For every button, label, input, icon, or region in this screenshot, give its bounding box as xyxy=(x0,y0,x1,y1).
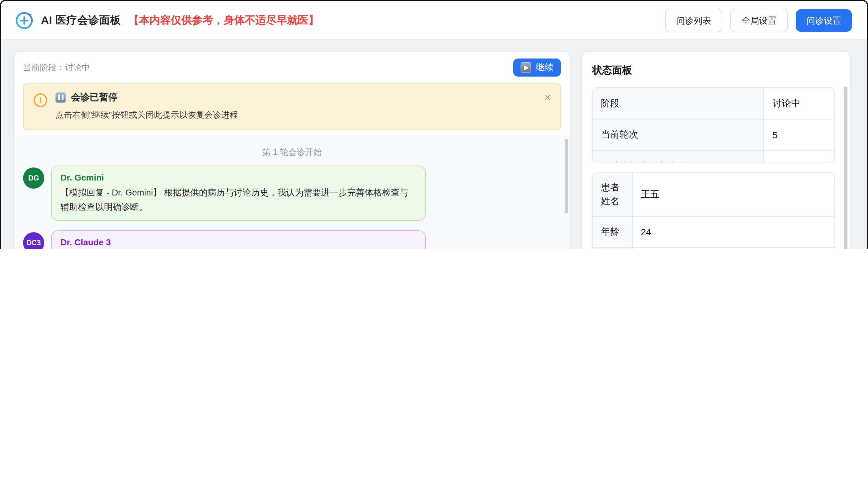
doctor-name: Dr. Gemini xyxy=(61,172,417,182)
close-icon[interactable]: × xyxy=(543,90,552,105)
patient-table: 患者姓名 王五 年龄 24 既往疾病 — 本次问题 口腔溃疡反复，看不见了，检查… xyxy=(592,172,835,249)
row-value: 5 xyxy=(764,119,834,150)
row-value: — xyxy=(633,248,834,249)
consultation-panel: 当前阶段：讨论中 继续 ! 会诊已暂停 点击右侧"继续"按钮或关闭此提示以恢复会… xyxy=(14,51,570,249)
row-value: 24 xyxy=(633,216,834,247)
pause-banner-title: 会诊已暂停 xyxy=(71,92,118,103)
row-label: 年龄 xyxy=(593,216,633,247)
table-row: 当前轮次 5 xyxy=(593,119,834,150)
message-bubble: Dr. Gemini 【模拟回复 - Dr. Gemini】 根据提供的病历与讨… xyxy=(51,166,426,221)
consult-list-button[interactable]: 问诊列表 xyxy=(665,9,722,32)
status-panel: 状态面板 阶段 讨论中 当前轮次 5 连续未标注不太准确轮数 4 xyxy=(582,51,851,249)
pause-banner: ! 会诊已暂停 点击右侧"继续"按钮或关闭此提示以恢复会诊进程 × xyxy=(23,83,561,130)
row-value: 王五 xyxy=(633,173,834,216)
row-value: 讨论中 xyxy=(764,88,834,119)
row-value: 4 xyxy=(764,150,834,162)
round-divider: 第 1 轮会诊开始 xyxy=(23,147,561,158)
continue-button[interactable]: 继续 xyxy=(513,58,561,77)
message-bubble: Dr. Claude 3 【模拟回复 - Dr. Claude 3】 根据提供的… xyxy=(51,231,426,249)
table-row: 既往疾病 — xyxy=(593,247,834,249)
pause-banner-message: 点击右侧"继续"按钮或关闭此提示以恢复会诊进程 xyxy=(55,109,550,121)
page-title: AI 医疗会诊面板 xyxy=(41,13,121,27)
table-row: 年龄 24 xyxy=(593,216,834,247)
chat-scrollbar[interactable] xyxy=(565,139,568,213)
row-label: 连续未标注不太准确轮数 xyxy=(593,150,764,162)
warning-icon: ! xyxy=(34,93,47,107)
header: AI 医疗会诊面板 【本内容仅供参考，身体不适尽早就医】 问诊列表 全局设置 问… xyxy=(1,1,867,40)
chat-message: DG Dr. Gemini 【模拟回复 - Dr. Gemini】 根据提供的病… xyxy=(23,166,561,221)
table-row: 阶段 讨论中 xyxy=(593,88,834,119)
status-table: 阶段 讨论中 当前轮次 5 连续未标注不太准确轮数 4 xyxy=(592,87,835,162)
current-stage-label: 当前阶段：讨论中 xyxy=(23,62,90,73)
row-label: 患者姓名 xyxy=(593,173,633,216)
disclaimer-text: 【本内容仅供参考，身体不适尽早就医】 xyxy=(128,13,319,27)
play-icon xyxy=(520,62,531,73)
plus-circle-logo-icon xyxy=(15,11,34,29)
main-content: 当前阶段：讨论中 继续 ! 会诊已暂停 点击右侧"继续"按钮或关闭此提示以恢复会… xyxy=(1,40,867,249)
app-window: AI 医疗会诊面板 【本内容仅供参考，身体不适尽早就医】 问诊列表 全局设置 问… xyxy=(0,0,868,249)
consult-settings-button[interactable]: 问诊设置 xyxy=(796,9,852,31)
panel-scrollbar[interactable] xyxy=(844,87,847,249)
doctor-avatar: DG xyxy=(23,168,44,188)
message-text: 【模拟回复 - Dr. Gemini】 根据提供的病历与讨论历史，我认为需要进一… xyxy=(61,185,417,214)
table-row: 连续未标注不太准确轮数 4 xyxy=(593,150,834,162)
status-panel-body: 阶段 讨论中 当前轮次 5 连续未标注不太准确轮数 4 患者姓名 xyxy=(592,87,840,249)
doctor-avatar: DC3 xyxy=(23,233,44,249)
doctor-name: Dr. Claude 3 xyxy=(61,237,417,247)
pause-icon xyxy=(55,92,66,103)
chat-message: DC3 Dr. Claude 3 【模拟回复 - Dr. Claude 3】 根… xyxy=(23,231,561,249)
row-label: 既往疾病 xyxy=(593,248,633,249)
continue-button-label: 继续 xyxy=(535,63,554,72)
row-label: 阶段 xyxy=(593,88,764,119)
chat-message-list[interactable]: 第 1 轮会诊开始 DG Dr. Gemini 【模拟回复 - Dr. Gemi… xyxy=(14,136,570,249)
chat-toolbar: 当前阶段：讨论中 继续 xyxy=(14,52,570,83)
table-row: 患者姓名 王五 xyxy=(593,173,834,216)
status-panel-title: 状态面板 xyxy=(592,62,840,87)
row-label: 当前轮次 xyxy=(593,119,764,150)
global-settings-button[interactable]: 全局设置 xyxy=(730,9,788,32)
